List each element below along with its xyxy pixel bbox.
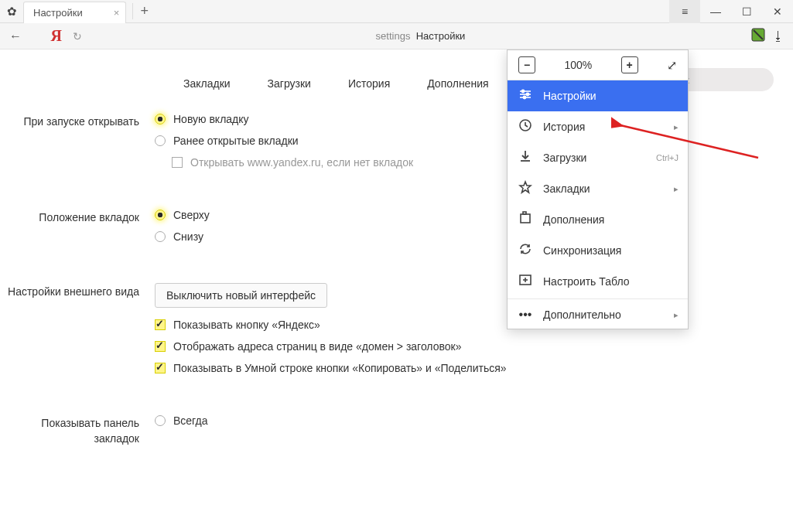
section-bookmarkbar-label: Показывать панель закладок (0, 414, 155, 446)
svg-point-4 (521, 90, 524, 92)
back-button[interactable]: ← (0, 29, 31, 43)
window-minimize-button[interactable]: — (700, 0, 731, 23)
sliders-icon (518, 87, 532, 104)
menu-tablo-label: Настроить Табло (543, 275, 630, 288)
startup-option-open-yandex[interactable]: Открывать www.yandex.ru, если нет вкладо… (172, 156, 793, 169)
new-tab-button[interactable]: + (132, 3, 156, 19)
radio-icon (155, 114, 166, 124)
radio-icon (155, 210, 166, 220)
menu-history-label: История (543, 121, 585, 133)
startup-option-newtab[interactable]: Новую вкладку (155, 113, 793, 125)
menu-bookmarks-label: Закладки (543, 182, 590, 195)
ui-domain-title-format[interactable]: Отображать адреса страниц в виде «домен … (155, 340, 793, 353)
nav-history[interactable]: История (339, 73, 399, 94)
content-area: астроек Закладки Загрузки История Дополн… (0, 49, 793, 532)
addressbar: ← Я ↻ settings Настройки ⭳ (0, 23, 793, 49)
gear-icon[interactable]: ✿ (0, 5, 23, 19)
svg-rect-10 (523, 212, 526, 214)
url-display[interactable]: settings Настройки (93, 30, 748, 42)
menu-history[interactable]: История ▸ (508, 111, 688, 142)
menu-separator (508, 298, 688, 299)
dots-icon: ••• (518, 308, 532, 322)
url-scheme: settings (376, 30, 411, 42)
star-icon (518, 180, 532, 197)
tabspos-bottom[interactable]: Снизу (155, 230, 793, 243)
menu-more-label: Дополнительно (543, 309, 621, 321)
menu-addons[interactable]: Дополнения (508, 204, 688, 235)
nav-downloads[interactable]: Загрузки (258, 73, 320, 94)
chevron-right-icon: ▸ (674, 184, 678, 194)
chevron-right-icon: ▸ (674, 310, 678, 320)
browser-tab[interactable]: Настройки × (23, 2, 126, 23)
section-startup-label: При запуске открывать (0, 113, 155, 178)
tab-title: Настройки (33, 7, 83, 19)
puzzle-icon (518, 211, 532, 228)
menu-settings-label: Настройки (543, 90, 596, 102)
nav-addons[interactable]: Дополнения (418, 73, 497, 94)
menu-more[interactable]: ••• Дополнительно ▸ (508, 301, 688, 329)
svg-point-6 (523, 96, 525, 98)
reload-button[interactable]: ↻ (62, 30, 93, 43)
titlebar: ✿ Настройки × + ≡ — ☐ ✕ (0, 0, 793, 23)
zoom-row: − 100% + ⤢ (508, 50, 688, 80)
menu-sync[interactable]: Синхронизация (508, 235, 688, 266)
titlebar-left: ✿ Настройки × + (0, 0, 156, 22)
tabspos-top[interactable]: Сверху (155, 209, 793, 221)
menu-downloads[interactable]: Загрузки Ctrl+J (508, 142, 688, 173)
url-path: Настройки (416, 30, 466, 42)
radio-icon (155, 415, 166, 426)
clock-icon (518, 118, 532, 135)
checkbox-icon (155, 341, 166, 352)
yandex-logo[interactable]: Я (31, 27, 62, 45)
tab-close-icon[interactable]: × (114, 7, 120, 19)
section-bookmarkbar: Показывать панель закладок Всегда (0, 414, 793, 446)
window-maximize-button[interactable]: ☐ (731, 0, 762, 23)
menu-addons-label: Дополнения (543, 213, 604, 226)
checkbox-icon (155, 363, 166, 373)
menu-sync-label: Синхронизация (543, 244, 621, 257)
zoom-in-button[interactable]: + (621, 56, 638, 73)
menu-tablo[interactable]: Настроить Табло (508, 266, 688, 297)
radio-icon (155, 231, 166, 242)
downloads-icon[interactable]: ⭳ (768, 29, 788, 43)
bookmarkbar-always[interactable]: Всегда (155, 414, 793, 427)
extension-icon[interactable] (748, 28, 768, 44)
ui-show-yandex-button[interactable]: Показывать кнопку «Яндекс» (155, 319, 793, 331)
fullscreen-button[interactable]: ⤢ (667, 58, 677, 73)
window-controls: ≡ — ☐ ✕ (669, 0, 793, 22)
svg-rect-9 (521, 214, 530, 223)
main-menu-dropdown: − 100% + ⤢ Настройки История ▸ Загрузки … (507, 49, 689, 329)
menu-downloads-label: Загрузки (543, 152, 586, 164)
checkbox-icon (155, 319, 166, 330)
window-close-button[interactable]: ✕ (762, 0, 793, 23)
disable-new-ui-button[interactable]: Выключить новый интерфейс (155, 283, 327, 308)
chevron-right-icon: ▸ (674, 122, 678, 132)
hamburger-menu-button[interactable]: ≡ (669, 0, 700, 23)
section-ui-label: Настройки внешнего вида (0, 283, 155, 384)
zoom-value: 100% (564, 59, 592, 71)
radio-icon (155, 135, 166, 146)
menu-settings[interactable]: Настройки (508, 80, 688, 111)
menu-downloads-shortcut: Ctrl+J (656, 153, 678, 162)
svg-point-5 (526, 93, 528, 95)
section-tabs-position-label: Положение вкладок (0, 209, 155, 252)
menu-bookmarks[interactable]: Закладки ▸ (508, 173, 688, 204)
startup-option-previous[interactable]: Ранее открытые вкладки (155, 135, 793, 147)
download-icon (518, 149, 532, 166)
zoom-out-button[interactable]: − (518, 56, 535, 73)
ui-smartbar-buttons[interactable]: Показывать в Умной строке кнопки «Копиро… (155, 362, 793, 374)
tablo-icon (518, 273, 532, 290)
nav-bookmarks[interactable]: Закладки (174, 73, 240, 94)
sync-icon (518, 242, 532, 259)
checkbox-icon (172, 157, 183, 168)
